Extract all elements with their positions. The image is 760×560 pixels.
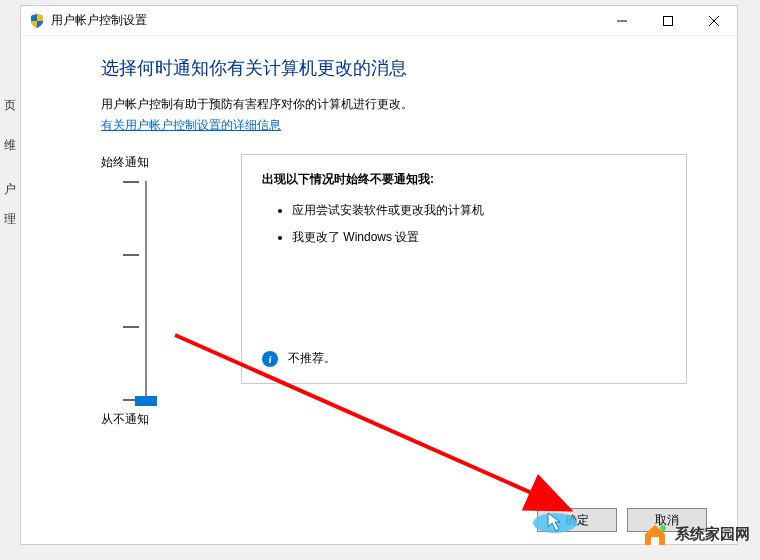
slider-tick	[123, 254, 139, 256]
info-footer-text: 不推荐。	[288, 350, 336, 367]
shield-icon	[29, 13, 45, 29]
slider-label-bottom: 从不通知	[101, 411, 149, 428]
page-title: 选择何时通知你有关计算机更改的消息	[101, 56, 687, 80]
info-title: 出现以下情况时始终不要通知我:	[262, 171, 666, 188]
list-item: 应用尝试安装软件或更改我的计算机	[292, 202, 666, 219]
slider-label-top: 始终通知	[101, 154, 149, 171]
info-footer: i 不推荐。	[262, 350, 666, 367]
ok-button[interactable]: 确定	[537, 508, 617, 532]
slider-tick	[123, 326, 139, 328]
watermark-text: 系统家园网	[675, 525, 750, 544]
slider-column: 始终通知 从不通知	[101, 154, 191, 428]
slider-thumb[interactable]	[135, 396, 157, 406]
svg-point-8	[660, 525, 666, 531]
titlebar: 用户帐户控制设置	[21, 6, 737, 36]
details-link[interactable]: 有关用户帐户控制设置的详细信息	[101, 117, 281, 134]
content-area: 选择何时通知你有关计算机更改的消息 用户帐户控制有助于预防有害程序对你的计算机进…	[21, 36, 737, 428]
notification-slider[interactable]	[116, 181, 176, 401]
slider-track	[145, 181, 147, 401]
maximize-button[interactable]	[645, 6, 691, 36]
info-icon: i	[262, 351, 278, 367]
svg-rect-1	[664, 16, 673, 25]
svg-rect-7	[651, 537, 659, 545]
list-item: 我更改了 Windows 设置	[292, 229, 666, 246]
close-button[interactable]	[691, 6, 737, 36]
minimize-button[interactable]	[599, 6, 645, 36]
page-fragment-left: 页 维 户 理	[4, 90, 16, 234]
uac-settings-window: 用户帐户控制设置 选择何时通知你有关计算机更改的消息 用户帐户控制有助于预防有害…	[20, 5, 738, 545]
house-icon	[641, 520, 669, 548]
window-controls	[599, 6, 737, 36]
window-title: 用户帐户控制设置	[51, 12, 599, 29]
info-box: 出现以下情况时始终不要通知我: 应用尝试安装软件或更改我的计算机 我更改了 Wi…	[241, 154, 687, 384]
info-list: 应用尝试安装软件或更改我的计算机 我更改了 Windows 设置	[262, 202, 666, 256]
main-area: 始终通知 从不通知 出现以下情况时始终不要通知我: 应用尝试安装软件或更改我的计…	[101, 154, 687, 428]
description-text: 用户帐户控制有助于预防有害程序对你的计算机进行更改。	[101, 96, 687, 113]
watermark: 系统家园网	[641, 520, 750, 548]
slider-tick	[123, 181, 139, 183]
